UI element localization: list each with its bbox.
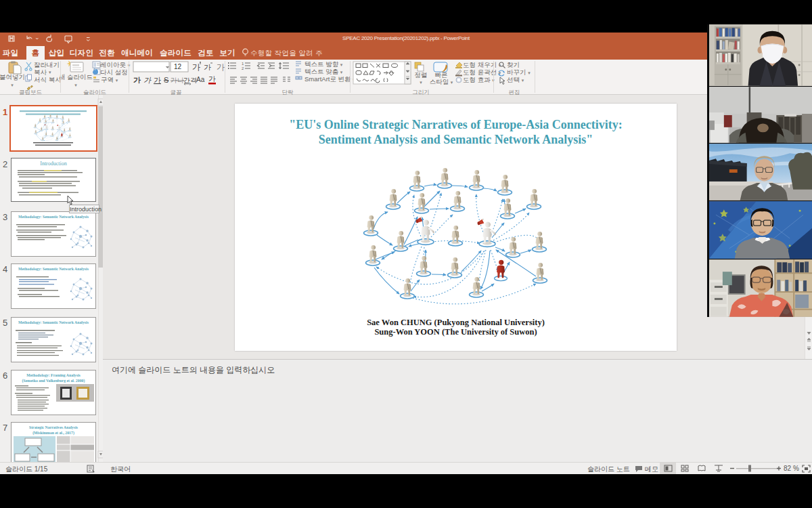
svg-text:텍스트 맞춤 ▾: 텍스트 맞춤 ▾ [304,68,343,75]
svg-text:▾: ▾ [420,80,422,85]
svg-text:가: 가 [208,75,216,83]
svg-text:다시 설정: 다시 설정 [100,68,128,76]
svg-text:간격: 간격 [183,77,197,84]
svg-text:가: 가 [204,63,211,71]
svg-text:바꾸기 ▾: 바꾸기 ▾ [507,68,531,76]
svg-text:잘라내기: 잘라내기 [34,61,60,68]
svg-text:찾기: 찾기 [507,61,520,68]
svg-text:2: 2 [242,66,244,70]
svg-text:가: 가 [133,76,141,84]
svg-text:가: 가 [217,62,225,72]
svg-text:가나: 가나 [171,77,184,84]
svg-text:S: S [164,76,168,84]
svg-text:▾: ▾ [49,70,51,75]
svg-text:스타일 ▾: 스타일 ▾ [430,78,453,85]
svg-text:12: 12 [174,63,182,70]
svg-text:서식 복사: 서식 복사 [34,76,62,83]
svg-text:붙여넣기: 붙여넣기 [0,73,25,81]
svg-text:선택 ▾: 선택 ▾ [507,76,524,83]
svg-text:복사: 복사 [34,68,47,76]
svg-text:텍스트 방향 ▾: 텍스트 방향 ▾ [304,60,343,68]
svg-text:도형 윤곽선 ▾: 도형 윤곽선 ▾ [463,68,501,76]
svg-text:SmartArt로 변환 ▾: SmartArt로 변환 ▾ [304,75,355,83]
svg-text:도형 효과 ▾: 도형 효과 ▾ [463,76,495,83]
svg-text:가: 가 [154,76,161,84]
svg-text:가: 가 [192,62,200,72]
svg-text:도형 채우기 ▾: 도형 채우기 ▾ [463,61,501,68]
svg-text:Aa: Aa [196,76,205,83]
svg-text:1: 1 [242,62,244,66]
svg-text:레이아웃 ▾: 레이아웃 ▾ [100,61,131,68]
svg-text:정렬: 정렬 [415,71,428,79]
svg-text:▾: ▾ [11,83,14,87]
svg-text:새 슬라이드: 새 슬라이드 [59,73,93,81]
svg-text:구역 ▾: 구역 ▾ [101,76,118,83]
svg-text:가: 가 [143,76,152,84]
svg-text:▾: ▾ [74,83,77,87]
